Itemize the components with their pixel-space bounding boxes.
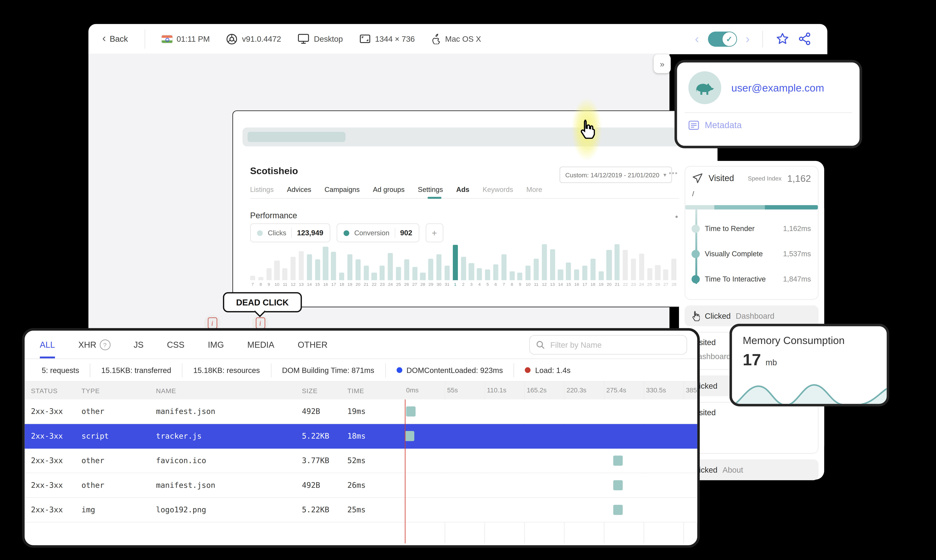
chart-bar: 13 [550, 242, 555, 286]
user-email[interactable]: user@example.com [731, 82, 824, 94]
table-row-logo192.png[interactable]: 2xx-3xximglogo192.png5.22KB25ms [25, 498, 697, 523]
memory-consumption-card: Memory Consumption 17 mb [729, 324, 890, 406]
site-tab-more[interactable]: More [526, 186, 542, 193]
network-stat: 15.15KB: transferred [91, 363, 183, 377]
conversion-dot-icon [344, 230, 349, 236]
table-row-favicon.ico[interactable]: 2xx-3xxotherfavicon.ico3.77KB52ms [25, 449, 697, 474]
screen-resolution: 1344 × 736 [359, 34, 415, 43]
request-waterfall-bar [405, 431, 415, 441]
device-type: Desktop [298, 34, 343, 44]
event-clicked-dashboard[interactable]: ClickedDashboard [685, 305, 819, 326]
load-metrics-list: Time to Render1,162msVisually Complete1,… [692, 216, 811, 292]
chart-bar: 3 [469, 242, 474, 286]
site-tab-settings[interactable]: Settings [418, 186, 443, 193]
performance-section-title: Performance [250, 211, 297, 220]
site-tab-listings[interactable]: Listings [250, 186, 274, 193]
event-visited-page[interactable]: Visited [685, 402, 819, 454]
rhino-icon [694, 80, 715, 96]
prev-session-button[interactable]: ‹ [695, 33, 699, 45]
chart-bar: 16 [574, 242, 579, 286]
chart-bar: 12 [290, 242, 296, 286]
metadata-button[interactable]: Metadata [688, 120, 848, 130]
toggle-check-icon: ✓ [722, 32, 736, 46]
chart-bar: 28 [420, 242, 425, 286]
chart-bar: 2 [461, 242, 466, 286]
xhr-help-icon[interactable]: ? [100, 339, 110, 350]
event-clicked-about[interactable]: ClickedAbout [685, 459, 819, 480]
site-tab-advices[interactable]: Advices [287, 186, 311, 193]
performance-bar-chart: 7891011121314151617181920212223242526272… [250, 242, 685, 286]
collapse-sidebar-button[interactable]: » [654, 54, 671, 73]
search-icon [536, 340, 544, 349]
filter-by-name-input[interactable] [549, 340, 680, 350]
chart-bar: 5 [485, 242, 490, 286]
pointer-hand-icon [691, 311, 700, 321]
request-waterfall-bar [613, 505, 623, 515]
add-metric-button[interactable]: + [426, 223, 443, 242]
site-tab-campaigns[interactable]: Campaigns [325, 186, 360, 193]
chart-bar: 18 [591, 242, 595, 286]
chart-bar: 25 [647, 242, 652, 286]
network-tab-all[interactable]: ALL [40, 331, 55, 358]
time-column-label: 275.4s [606, 386, 626, 394]
chart-bar: 17 [582, 242, 587, 286]
clicks-dot-icon [257, 230, 263, 236]
load-metric-row: Time To Interactive1,847ms [705, 266, 811, 292]
date-range-picker[interactable]: Custom: 14/12/2019 - 21/01/2020 ▾ [560, 167, 672, 183]
avatar [688, 71, 721, 104]
chart-bar: 20 [356, 242, 361, 286]
autoplay-toggle[interactable]: ✓ [708, 31, 737, 46]
site-tab-ads[interactable]: Ads [456, 186, 469, 193]
table-row-manifest.json[interactable]: 2xx-3xxothermanifest.json492B26ms [25, 473, 697, 498]
site-tab-keywords[interactable]: Keywords [483, 186, 513, 193]
chart-bar: 26 [404, 242, 409, 286]
dead-click-tooltip: DEAD CLICK [223, 292, 302, 312]
date-more-button[interactable]: ••• [669, 169, 678, 177]
network-tab-css[interactable]: CSS [167, 331, 185, 358]
tabs-divider [250, 198, 702, 198]
memory-unit: mb [765, 358, 777, 367]
network-tab-media[interactable]: MEDIA [247, 331, 274, 358]
chart-bar: 20 [606, 242, 612, 286]
india-flag-icon [161, 35, 172, 43]
clicks-metric-badge[interactable]: Clicks 123,949 [250, 223, 330, 242]
visited-path: / [692, 190, 811, 197]
navigate-icon [692, 173, 703, 183]
session-meta-group: 01:11 PM v91.0.4472 Desktop [144, 29, 481, 48]
chart-bar: 6 [493, 242, 498, 286]
top-bar-actions: ‹ ✓ › [695, 31, 827, 47]
chart-bar: 7 [501, 242, 506, 286]
network-stat: 15.18KB: resources [182, 363, 271, 377]
active-tab-underline [427, 197, 441, 199]
star-icon[interactable] [776, 32, 790, 45]
chart-bar: 24 [388, 242, 393, 286]
network-tab-img[interactable]: IMG [208, 331, 224, 358]
memory-value: 17 [743, 350, 761, 369]
network-tab-js[interactable]: JS [134, 331, 143, 358]
chevron-left-icon: ‹ [102, 33, 106, 43]
network-filter [529, 335, 687, 355]
share-icon[interactable] [798, 32, 811, 45]
memory-title: Memory Consumption [743, 334, 876, 346]
chart-bar: 23 [379, 242, 385, 286]
back-button[interactable]: ‹ Back [88, 30, 144, 48]
network-tab-other[interactable]: OTHER [298, 331, 327, 358]
network-tab-xhr[interactable]: XHR? [78, 331, 110, 358]
table-row-tracker.js[interactable]: 2xx-3xxscripttracker.js5.22KB18ms [25, 424, 697, 449]
resolution-icon [359, 34, 371, 43]
next-session-button[interactable]: › [746, 33, 749, 45]
time-column-label: 110.1s [487, 386, 506, 394]
chart-bar: 19 [347, 242, 352, 286]
user-card: user@example.com Metadata [674, 60, 862, 148]
chart-bar: 11 [282, 242, 288, 286]
chrome-icon [226, 33, 237, 45]
apple-icon [431, 34, 441, 44]
memory-wave-chart [732, 380, 887, 406]
os-name: Mac OS X [431, 34, 481, 44]
chart-bar: 10 [274, 242, 279, 286]
site-tab-ad-groups[interactable]: Ad groups [373, 186, 404, 193]
visited-event-card[interactable]: Visited Speed Index 1,162 / Time to Rend… [685, 166, 819, 300]
table-row-manifest.json[interactable]: 2xx-3xxothermanifest.json492B19ms [25, 400, 697, 424]
conversion-metric-badge[interactable]: Conversion 902 [336, 223, 419, 242]
metric-badges: Clicks 123,949 Conversion 902 + [250, 223, 443, 242]
